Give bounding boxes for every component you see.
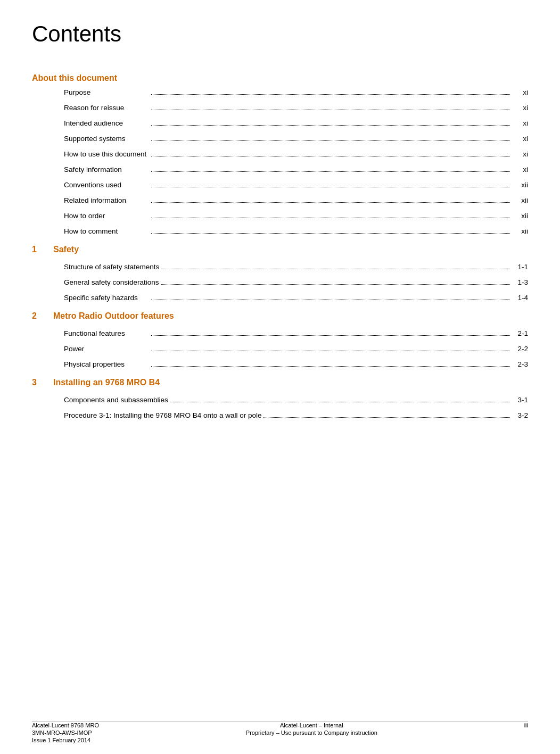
toc-label-conventions: Conventions used bbox=[64, 181, 149, 189]
chapter-2-num: 2 bbox=[32, 311, 53, 321]
toc-page-howto: xi bbox=[512, 150, 528, 158]
toc-entry-comment: How to comment xii bbox=[32, 227, 528, 235]
toc-page-reason: xi bbox=[512, 104, 528, 112]
footer-center: Alcatel-Lucent – Internal Proprietary – … bbox=[246, 722, 377, 743]
toc-label-physical: Physical properties bbox=[64, 360, 149, 368]
toc-dots bbox=[151, 335, 510, 336]
chapter-1-title: Safety bbox=[53, 245, 79, 254]
toc-page-structure: 1-1 bbox=[512, 263, 528, 271]
footer-page-num: iii bbox=[524, 722, 528, 743]
toc-label-systems: Supported systems bbox=[64, 135, 149, 143]
toc-dots bbox=[151, 171, 510, 172]
toc-page-comment: xii bbox=[512, 227, 528, 235]
chapter-3-title: Installing an 9768 MRO B4 bbox=[53, 378, 160, 387]
toc-page-physical: 2-3 bbox=[512, 360, 528, 368]
chapter-3-num: 3 bbox=[32, 378, 53, 387]
footer-proprietary: Proprietary – Use pursuant to Company in… bbox=[246, 730, 377, 736]
toc-dots bbox=[151, 233, 510, 234]
toc-dots bbox=[151, 300, 510, 300]
toc-entry-purpose: Purpose xi bbox=[32, 88, 528, 96]
page-container: Contents About this document Purpose xi … bbox=[0, 0, 560, 754]
toc-dots bbox=[151, 187, 510, 187]
toc-entry-power: Power 2-2 bbox=[32, 345, 528, 353]
chapter-1-row: 1 Safety bbox=[32, 245, 528, 254]
chapter-2-row: 2 Metro Radio Outdoor features bbox=[32, 311, 528, 321]
toc-label-comment: How to comment bbox=[64, 227, 149, 235]
footer-internal: Alcatel-Lucent – Internal bbox=[246, 722, 377, 728]
chapter-1-section: 1 Safety Structure of safety statements … bbox=[32, 245, 528, 302]
toc-dots bbox=[161, 269, 510, 269]
chapter-3-row: 3 Installing an 9768 MRO B4 bbox=[32, 378, 528, 387]
footer-content: Alcatel-Lucent 9768 MRO 3MN-MRO-AWS-IMOP… bbox=[0, 722, 560, 743]
toc-page-audience: xi bbox=[512, 119, 528, 127]
toc-label-howto: How to use this document bbox=[64, 150, 149, 158]
toc-dots bbox=[151, 125, 510, 126]
toc-dots bbox=[151, 156, 510, 156]
toc-label-structure: Structure of safety statements bbox=[64, 263, 159, 271]
toc-page-safety-info: xi bbox=[512, 165, 528, 173]
about-section: About this document Purpose xi Reason fo… bbox=[32, 73, 528, 235]
page-title: Contents bbox=[32, 21, 528, 47]
toc-dots bbox=[151, 218, 510, 218]
toc-page-general-safety: 1-3 bbox=[512, 278, 528, 286]
toc-page-functional: 2-1 bbox=[512, 329, 528, 337]
toc-page-purpose: xi bbox=[512, 88, 528, 96]
footer-issue: Issue 1 February 2014 bbox=[32, 737, 99, 743]
about-heading: About this document bbox=[32, 73, 528, 83]
toc-label-audience: Intended audience bbox=[64, 119, 149, 127]
toc-dots bbox=[161, 284, 510, 285]
toc-entry-safety-info: Safety information xi bbox=[32, 165, 528, 173]
toc-entry-specific-hazards: Specific safety hazards 1-4 bbox=[32, 294, 528, 302]
toc-dots bbox=[263, 417, 510, 418]
toc-dots bbox=[151, 94, 510, 95]
toc-dots bbox=[151, 351, 510, 351]
toc-dots bbox=[151, 366, 510, 367]
toc-page-related: xii bbox=[512, 196, 528, 204]
toc-dots bbox=[151, 202, 510, 203]
toc-entry-order: How to order xii bbox=[32, 212, 528, 220]
toc-entry-howto: How to use this document xi bbox=[32, 150, 528, 158]
toc-label-components: Components and subassemblies bbox=[64, 396, 168, 404]
toc-label-purpose: Purpose bbox=[64, 88, 149, 96]
chapter-2-title: Metro Radio Outdoor features bbox=[53, 311, 174, 321]
toc-page-specific-hazards: 1-4 bbox=[512, 294, 528, 302]
toc-entry-conventions: Conventions used xii bbox=[32, 181, 528, 189]
footer-product: Alcatel-Lucent 9768 MRO bbox=[32, 722, 99, 728]
toc-label-procedure: Procedure 3-1: Installing the 9768 MRO B… bbox=[64, 411, 261, 419]
toc-label-power: Power bbox=[64, 345, 149, 353]
toc-page-order: xii bbox=[512, 212, 528, 220]
toc-label-general-safety: General safety considerations bbox=[64, 278, 159, 286]
toc-page-power: 2-2 bbox=[512, 345, 528, 353]
toc-page-conventions: xii bbox=[512, 181, 528, 189]
toc-page-systems: xi bbox=[512, 135, 528, 143]
footer-left: Alcatel-Lucent 9768 MRO 3MN-MRO-AWS-IMOP… bbox=[32, 722, 99, 743]
toc-label-safety-info: Safety information bbox=[64, 165, 149, 173]
chapter-2-section: 2 Metro Radio Outdoor features Functiona… bbox=[32, 311, 528, 368]
chapter-1-num: 1 bbox=[32, 245, 53, 254]
toc-entry-procedure: Procedure 3-1: Installing the 9768 MRO B… bbox=[32, 411, 528, 419]
toc-entry-components: Components and subassemblies 3-1 bbox=[32, 396, 528, 404]
toc-page-procedure: 3-2 bbox=[512, 411, 528, 419]
toc-entry-reason: Reason for reissue xi bbox=[32, 104, 528, 112]
toc-dots bbox=[170, 402, 510, 402]
toc-label-functional: Functional features bbox=[64, 329, 149, 337]
footer-doc-id: 3MN-MRO-AWS-IMOP bbox=[32, 730, 99, 736]
toc-dots bbox=[151, 140, 510, 141]
toc-dots bbox=[151, 110, 510, 110]
toc-page-components: 3-1 bbox=[512, 396, 528, 404]
toc-label-reason: Reason for reissue bbox=[64, 104, 149, 112]
toc-entry-structure: Structure of safety statements 1-1 bbox=[32, 263, 528, 271]
toc-label-specific-hazards: Specific safety hazards bbox=[64, 294, 149, 302]
chapter-3-section: 3 Installing an 9768 MRO B4 Components a… bbox=[32, 378, 528, 419]
toc-label-order: How to order bbox=[64, 212, 149, 220]
toc-entry-related: Related information xii bbox=[32, 196, 528, 204]
toc-label-related: Related information bbox=[64, 196, 149, 204]
toc-entry-functional: Functional features 2-1 bbox=[32, 329, 528, 337]
toc-entry-physical: Physical properties 2-3 bbox=[32, 360, 528, 368]
toc-entry-general-safety: General safety considerations 1-3 bbox=[32, 278, 528, 286]
toc-entry-systems: Supported systems xi bbox=[32, 135, 528, 143]
toc-entry-audience: Intended audience xi bbox=[32, 119, 528, 127]
